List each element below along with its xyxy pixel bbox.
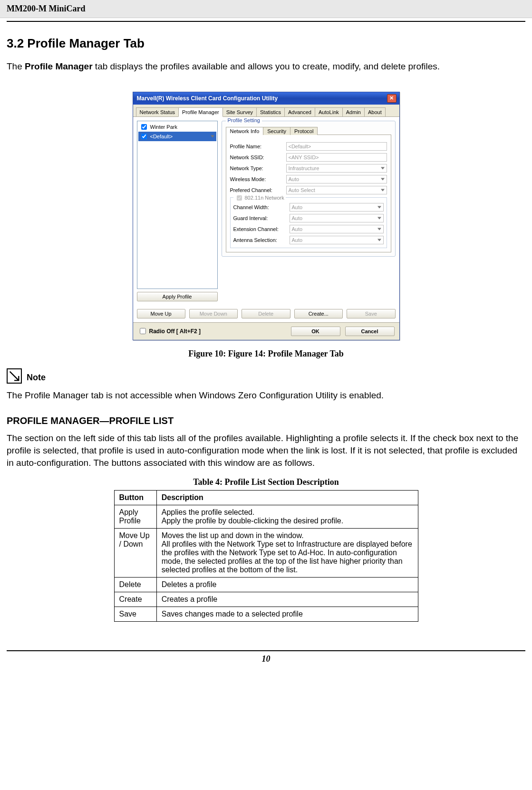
wireless-mode-select[interactable]: Auto bbox=[286, 175, 387, 183]
guard-interval-label: Guard Interval: bbox=[233, 215, 287, 221]
table-cell: Applies the profile selected. Apply the … bbox=[156, 505, 418, 529]
note-row: Note bbox=[7, 368, 525, 384]
move-up-button[interactable]: Move Up bbox=[137, 309, 185, 318]
channel-width-select[interactable]: Auto bbox=[290, 203, 384, 212]
network-type-select[interactable]: Infrastructure bbox=[286, 164, 387, 173]
extension-channel-select[interactable]: Auto bbox=[290, 225, 384, 233]
table-header-description: Description bbox=[156, 491, 418, 505]
table-cell: Creates a profile bbox=[156, 592, 418, 607]
intro-paragraph: The Profile Manager tab displays the pro… bbox=[7, 60, 525, 73]
figure-container: Marvell(R) Wireless Client Card Configur… bbox=[7, 92, 525, 340]
inner-tab-security[interactable]: Security bbox=[263, 127, 290, 135]
antenna-selection-select[interactable]: Auto bbox=[290, 236, 384, 244]
sub-legend: 802.11n Network bbox=[233, 194, 286, 202]
ok-button[interactable]: OK bbox=[291, 327, 340, 336]
dialog-body: Winter Park <Default> Apply Profile bbox=[133, 117, 399, 305]
table-cell: Saves changes made to a selected profile bbox=[156, 607, 418, 622]
profile-item-selected[interactable]: <Default> bbox=[138, 132, 216, 141]
delete-button[interactable]: Delete bbox=[242, 309, 290, 318]
table-row: Move Up / Down Moves the list up and dow… bbox=[114, 529, 418, 578]
create-button[interactable]: Create... bbox=[294, 309, 343, 318]
table-caption: Table 4: Profile List Section Descriptio… bbox=[7, 477, 525, 487]
tab-network-status[interactable]: Network Status bbox=[136, 107, 179, 116]
fieldset-legend: Profile Setting bbox=[226, 117, 262, 123]
doc-header: MM200-M MiniCard bbox=[0, 0, 532, 18]
dialog-titlebar: Marvell(R) Wireless Client Card Configur… bbox=[133, 92, 399, 105]
tab-profile-manager[interactable]: Profile Manager bbox=[178, 107, 223, 117]
table-cell: Move Up / Down bbox=[114, 529, 156, 578]
settings-column: Profile Setting Network Info Security Pr… bbox=[222, 121, 396, 301]
table-cell: Create bbox=[114, 592, 156, 607]
dialog-tabs: Network Status Profile Manager Site Surv… bbox=[133, 105, 399, 117]
bottom-bar: Radio Off [ Alt+F2 ] OK Cancel bbox=[133, 322, 399, 340]
table-cell: Save bbox=[114, 607, 156, 622]
profile-list[interactable]: Winter Park <Default> bbox=[137, 121, 218, 289]
footer-divider bbox=[7, 650, 525, 651]
cancel-button[interactable]: Cancel bbox=[345, 327, 395, 336]
tab-autolink[interactable]: AutoLink bbox=[315, 107, 343, 116]
wireless-mode-label: Wireless Mode: bbox=[230, 176, 283, 182]
tab-site-survey[interactable]: Site Survey bbox=[222, 107, 257, 116]
network-type-label: Network Type: bbox=[230, 165, 283, 171]
intro-prefix: The bbox=[7, 61, 25, 71]
profile-list-text: The section on the left side of this tab… bbox=[7, 432, 525, 469]
note-text: The Profile Manager tab is not accessibl… bbox=[7, 389, 525, 402]
dialog-title: Marvell(R) Wireless Client Card Configur… bbox=[137, 95, 278, 102]
antenna-selection-label: Antenna Selection: bbox=[233, 237, 287, 243]
extension-channel-label: Extension Channel: bbox=[233, 226, 287, 232]
note-icon bbox=[7, 368, 22, 384]
table-row: Create Creates a profile bbox=[114, 592, 418, 607]
profile-item-label: <Default> bbox=[150, 134, 173, 139]
profile-list-heading: PROFILE MANAGER—PROFILE LIST bbox=[7, 415, 525, 426]
tab-admin[interactable]: Admin bbox=[342, 107, 365, 116]
note-label: Note bbox=[27, 373, 46, 384]
80211n-checkbox[interactable] bbox=[237, 195, 242, 201]
intro-suffix: tab displays the profiles available and … bbox=[93, 61, 440, 71]
apply-profile-button[interactable]: Apply Profile bbox=[137, 292, 218, 301]
table-header-button: Button bbox=[114, 491, 156, 505]
profile-checkbox[interactable] bbox=[141, 134, 147, 139]
table-row: Save Saves changes made to a selected pr… bbox=[114, 607, 418, 622]
save-button[interactable]: Save bbox=[347, 309, 396, 318]
tab-advanced[interactable]: Advanced bbox=[284, 107, 315, 116]
80211n-fieldset: 802.11n Network Channel Width: Auto Guar… bbox=[230, 197, 387, 248]
profile-item-label: Winter Park bbox=[150, 124, 177, 130]
prefered-channel-select[interactable]: Auto Select bbox=[286, 186, 387, 194]
figure-caption: Figure 10: Figure 14: Profile Manager Ta… bbox=[7, 349, 525, 359]
network-ssid-field[interactable]: <ANY SSID> bbox=[286, 153, 387, 162]
profile-list-column: Winter Park <Default> Apply Profile bbox=[137, 121, 218, 301]
channel-width-label: Channel Width: bbox=[233, 204, 287, 210]
radio-off-label: Radio Off [ Alt+F2 ] bbox=[149, 328, 201, 335]
page-number: 10 bbox=[7, 654, 525, 674]
profile-setting-fieldset: Profile Setting Network Info Security Pr… bbox=[222, 121, 396, 257]
table-row: Apply Profile Applies the profile select… bbox=[114, 505, 418, 529]
profile-item[interactable]: Winter Park bbox=[138, 122, 216, 132]
config-dialog: Marvell(R) Wireless Client Card Configur… bbox=[133, 92, 400, 340]
table-cell: Moves the list up and down in the window… bbox=[156, 529, 418, 578]
move-down-button[interactable]: Move Down bbox=[189, 309, 238, 318]
close-icon[interactable]: ✕ bbox=[387, 94, 397, 103]
tab-statistics[interactable]: Statistics bbox=[256, 107, 285, 116]
guard-interval-select[interactable]: Auto bbox=[290, 214, 384, 222]
section-title: 3.2 Profile Manager Tab bbox=[7, 36, 525, 51]
inner-tab-protocol[interactable]: Protocol bbox=[290, 127, 318, 135]
action-row: Move Up Move Down Delete Create... Save bbox=[133, 305, 399, 322]
table-cell: Deletes a profile bbox=[156, 578, 418, 592]
inner-tab-network-info[interactable]: Network Info bbox=[226, 127, 264, 135]
profile-checkbox[interactable] bbox=[141, 124, 147, 130]
network-ssid-label: Network SSID: bbox=[230, 154, 283, 160]
profile-list-table: Button Description Apply Profile Applies… bbox=[114, 490, 418, 622]
divider bbox=[7, 21, 525, 22]
inner-tabs: Network Info Security Protocol bbox=[226, 127, 391, 135]
prefered-channel-label: Prefered Channel: bbox=[230, 187, 283, 193]
table-cell: Delete bbox=[114, 578, 156, 592]
sub-legend-label: 802.11n Network bbox=[245, 195, 284, 201]
radio-off-checkbox[interactable] bbox=[140, 328, 146, 334]
table-cell: Apply Profile bbox=[114, 505, 156, 529]
tab-about[interactable]: About bbox=[364, 107, 386, 116]
inner-panel: Profile Name: <Default> Network SSID: <A… bbox=[226, 135, 391, 252]
radio-off-row[interactable]: Radio Off [ Alt+F2 ] bbox=[138, 327, 201, 336]
table-row: Delete Deletes a profile bbox=[114, 578, 418, 592]
intro-bold: Profile Manager bbox=[25, 61, 93, 71]
profile-name-field[interactable]: <Default> bbox=[286, 142, 387, 151]
